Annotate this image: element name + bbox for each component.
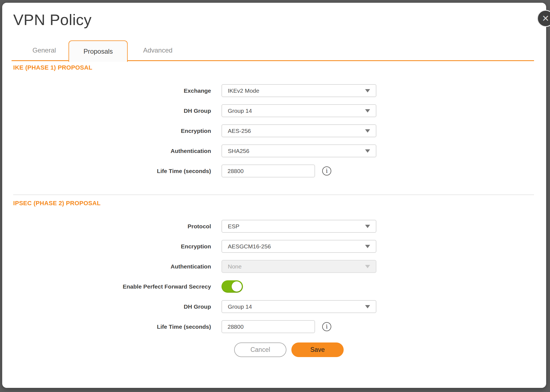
ike-encryption-label: Encryption (2, 128, 221, 134)
pfs-label: Enable Perfect Forward Secrecy (2, 283, 221, 290)
tab-general[interactable]: General (20, 40, 69, 60)
ipsec-authentication-value: None (228, 263, 242, 270)
chevron-down-icon (365, 149, 370, 153)
exchange-select[interactable]: IKEv2 Mode (221, 84, 376, 97)
ipsec-authentication-select: None (221, 260, 376, 273)
ipsec-encryption-value: AESGCM16-256 (228, 243, 271, 250)
ike-dh-group-row: DH Group Group 14 (2, 104, 546, 117)
ipsec-dh-group-row: DH Group Group 14 (2, 300, 546, 313)
info-icon[interactable]: i (322, 166, 331, 176)
ike-encryption-value: AES-256 (228, 128, 251, 134)
ipsec-section-heading: IPSEC (PHASE 2) PROPOSAL (13, 199, 534, 207)
ike-authentication-select[interactable]: SHA256 (221, 144, 376, 157)
pfs-row: Enable Perfect Forward Secrecy (2, 280, 546, 293)
protocol-value: ESP (228, 223, 239, 230)
ipsec-lifetime-input[interactable] (221, 320, 315, 333)
ike-section-heading: IKE (PHASE 1) PROPOSAL (13, 64, 534, 72)
dialog-title: VPN Policy (13, 11, 546, 29)
exchange-label: Exchange (2, 87, 221, 94)
ike-authentication-label: Authentication (2, 148, 221, 154)
ike-dh-group-value: Group 14 (228, 108, 252, 114)
chevron-down-icon (365, 129, 370, 133)
protocol-select[interactable]: ESP (221, 220, 376, 233)
toggle-knob (232, 281, 242, 292)
info-icon[interactable]: i (322, 322, 331, 331)
chevron-down-icon (365, 265, 370, 268)
tab-bar: General Proposals Advanced (12, 41, 534, 61)
save-button[interactable]: Save (291, 342, 344, 357)
ipsec-encryption-label: Encryption (2, 243, 221, 250)
chevron-down-icon (365, 109, 370, 113)
ike-lifetime-input[interactable] (221, 165, 315, 177)
dialog-footer: Cancel Save (234, 342, 546, 357)
ike-dh-group-label: DH Group (2, 108, 221, 114)
ipsec-dh-group-value: Group 14 (228, 303, 252, 310)
protocol-label: Protocol (2, 223, 221, 230)
close-icon: ✕ (542, 14, 549, 23)
ipsec-dh-group-select[interactable]: Group 14 (221, 300, 376, 313)
exchange-row: Exchange IKEv2 Mode (2, 84, 546, 97)
ike-authentication-row: Authentication SHA256 (2, 144, 546, 157)
ike-lifetime-row: Life Time (seconds) i (2, 165, 546, 177)
ipsec-section-rows: Protocol ESP Encryption AESGCM16-256 Aut… (2, 220, 546, 333)
chevron-down-icon (365, 89, 370, 92)
chevron-down-icon (365, 225, 370, 228)
ike-encryption-select[interactable]: AES-256 (221, 124, 376, 137)
tab-proposals[interactable]: Proposals (69, 40, 128, 62)
ipsec-lifetime-label: Life Time (seconds) (2, 324, 221, 330)
ipsec-encryption-select[interactable]: AESGCM16-256 (221, 240, 376, 253)
tab-advanced[interactable]: Advanced (130, 40, 185, 60)
vpn-policy-dialog: VPN Policy General Proposals Advanced IK… (2, 3, 546, 388)
ipsec-dh-group-label: DH Group (2, 303, 221, 310)
ike-dh-group-select[interactable]: Group 14 (221, 104, 376, 117)
ipsec-lifetime-row: Life Time (seconds) i (2, 320, 546, 333)
exchange-value: IKEv2 Mode (228, 87, 259, 94)
pfs-toggle[interactable] (221, 280, 243, 293)
chevron-down-icon (365, 305, 370, 308)
protocol-row: Protocol ESP (2, 220, 546, 233)
ipsec-encryption-row: Encryption AESGCM16-256 (2, 240, 546, 253)
ipsec-authentication-label: Authentication (2, 263, 221, 270)
cancel-button[interactable]: Cancel (234, 342, 286, 357)
ike-authentication-value: SHA256 (228, 148, 249, 154)
ike-section-rows: Exchange IKEv2 Mode DH Group Group 14 En… (2, 84, 546, 177)
ike-encryption-row: Encryption AES-256 (2, 124, 546, 137)
ike-lifetime-label: Life Time (seconds) (2, 168, 221, 174)
section-divider (13, 194, 534, 195)
ipsec-authentication-row: Authentication None (2, 260, 546, 273)
chevron-down-icon (365, 245, 370, 248)
